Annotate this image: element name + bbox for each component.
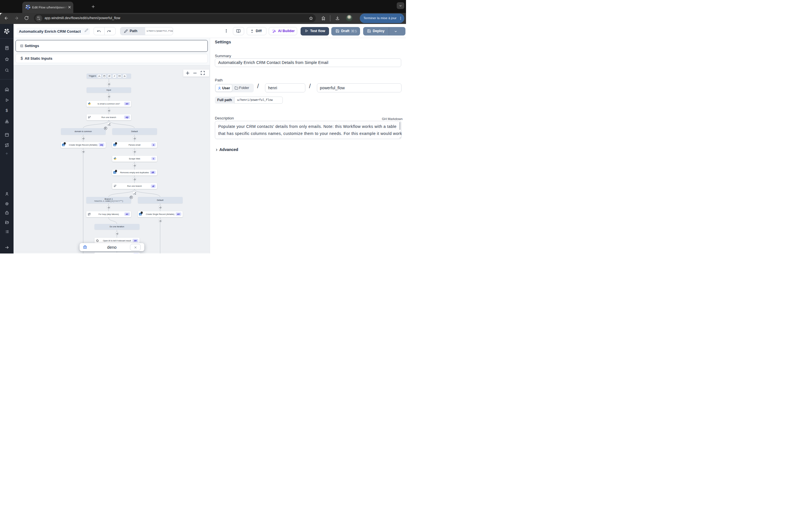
- svg-text:$: $: [6, 108, 8, 113]
- svg-text:$: $: [20, 56, 22, 61]
